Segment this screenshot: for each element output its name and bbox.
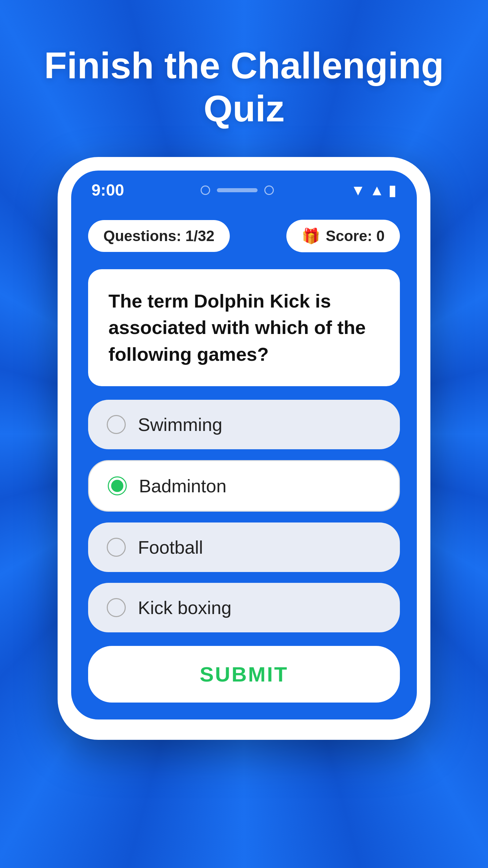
radio-football xyxy=(107,538,126,557)
answer-option-badminton[interactable]: Badminton xyxy=(88,460,400,512)
notch-bar xyxy=(217,188,258,192)
phone-time: 9:00 xyxy=(92,181,124,199)
signal-icon: ▲ xyxy=(369,182,384,199)
score-label: Score: 0 xyxy=(326,228,385,244)
answer-label-kickboxing: Kick boxing xyxy=(138,597,231,618)
speaker-icon xyxy=(264,185,274,195)
phone-notch xyxy=(201,185,274,195)
submit-label: SUBMIT xyxy=(200,663,288,686)
score-display: 🎁 Score: 0 xyxy=(286,220,400,252)
submit-button[interactable]: SUBMIT xyxy=(88,646,400,703)
answer-label-badminton: Badminton xyxy=(139,475,226,496)
page-title: Finish the Challenging Quiz xyxy=(0,0,488,157)
wifi-icon: ▼ xyxy=(351,182,366,199)
questions-label: Questions: 1/32 xyxy=(103,228,215,244)
battery-icon: ▮ xyxy=(388,181,396,199)
phone-mockup: 9:00 ▼ ▲ ▮ Questions: 1/32 🎁 Score: 0 Th… xyxy=(58,157,430,740)
answer-option-swimming[interactable]: Swimming xyxy=(88,400,400,449)
radio-inner-badminton xyxy=(111,480,123,492)
answer-option-kickboxing[interactable]: Kick boxing xyxy=(88,583,400,632)
phone-status-bar: 9:00 ▼ ▲ ▮ xyxy=(71,171,417,206)
question-card: The term Dolphin Kick is associated with… xyxy=(88,269,400,386)
answer-label-football: Football xyxy=(138,537,203,558)
gift-icon: 🎁 xyxy=(302,227,320,245)
answer-label-swimming: Swimming xyxy=(138,414,222,435)
phone-content: Questions: 1/32 🎁 Score: 0 The term Dolp… xyxy=(71,206,417,719)
answer-option-football[interactable]: Football xyxy=(88,522,400,572)
questions-counter: Questions: 1/32 xyxy=(88,220,230,252)
radio-kickboxing xyxy=(107,598,126,617)
radio-swimming xyxy=(107,415,126,434)
status-icons: ▼ ▲ ▮ xyxy=(351,181,396,199)
question-text: The term Dolphin Kick is associated with… xyxy=(108,288,380,368)
radio-badminton xyxy=(108,476,127,495)
camera-icon xyxy=(201,185,210,195)
stats-bar: Questions: 1/32 🎁 Score: 0 xyxy=(88,220,400,252)
